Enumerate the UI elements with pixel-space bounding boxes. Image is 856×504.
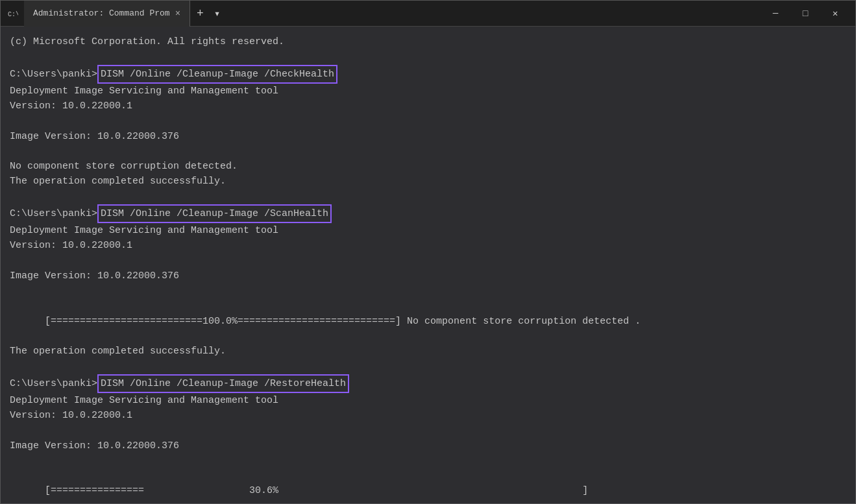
tab-label: Administrator: Command Prom bbox=[33, 8, 170, 18]
cmd-scanhealth: DISM /Online /Cleanup-Image /ScanHealth bbox=[97, 204, 332, 223]
empty-line bbox=[10, 49, 846, 64]
prompt-text-1: C:\Users\panki bbox=[10, 67, 92, 82]
title-bar: C:\ Administrator: Command Prom × + ▾ ─ … bbox=[1, 1, 855, 27]
cmd-icon: C:\ bbox=[6, 7, 19, 20]
progress-scanhealth: [==========================100.0%=======… bbox=[10, 298, 846, 344]
close-button[interactable]: ✕ bbox=[820, 1, 850, 27]
output-line-22: Version: 10.0.22000.1 bbox=[10, 408, 846, 423]
prompt-arrow-3: > bbox=[92, 376, 97, 391]
svg-text:C:\: C:\ bbox=[8, 11, 18, 18]
new-tab-button[interactable]: + bbox=[190, 7, 210, 20]
output-line-9: The operation completed successfully. bbox=[10, 174, 846, 189]
prompt-line-restorehealth: C:\Users\panki > DISM /Online /Cleanup-I… bbox=[10, 374, 846, 393]
output-line-6: Image Version: 10.0.22000.376 bbox=[10, 129, 846, 144]
output-line-3: Deployment Image Servicing and Managemen… bbox=[10, 84, 846, 99]
prompt-arrow-1: > bbox=[92, 67, 97, 82]
detected-text: detected . bbox=[576, 316, 641, 327]
output-line-21: Deployment Image Servicing and Managemen… bbox=[10, 393, 846, 408]
cmd-restorehealth: DISM /Online /Cleanup-Image /RestoreHeal… bbox=[97, 374, 349, 393]
empty-line-2 bbox=[10, 114, 846, 128]
maximize-button[interactable]: □ bbox=[790, 1, 820, 27]
tab-area: Administrator: Command Prom × + ▾ bbox=[24, 1, 761, 27]
prompt-arrow-2: > bbox=[92, 206, 97, 221]
terminal-body[interactable]: (c) Microsoft Corporation. All rights re… bbox=[1, 27, 855, 503]
no-corruption-msg: No component store corruption bbox=[401, 316, 576, 327]
prompt-text-2: C:\Users\panki bbox=[10, 206, 92, 221]
output-line-15: Image Version: 10.0.22000.376 bbox=[10, 269, 846, 283]
output-line-18: The operation completed successfully. bbox=[10, 344, 846, 359]
empty-line-5 bbox=[10, 254, 846, 269]
output-line-13: Version: 10.0.22000.1 bbox=[10, 238, 846, 253]
output-line-12: Deployment Image Servicing and Managemen… bbox=[10, 223, 846, 238]
empty-line-6 bbox=[10, 283, 846, 298]
tab-close-button[interactable]: × bbox=[175, 9, 180, 18]
output-line-1: (c) Microsoft Corporation. All rights re… bbox=[10, 34, 846, 49]
empty-line-9 bbox=[10, 453, 846, 468]
progress-bar-full: [==========================100.0%=======… bbox=[45, 316, 401, 327]
prompt-line-checkhealth: C:\Users\panki > DISM /Online /Cleanup-I… bbox=[10, 65, 846, 84]
title-bar-left: C:\ Administrator: Command Prom × + ▾ bbox=[6, 1, 761, 27]
empty-line-3 bbox=[10, 144, 846, 159]
empty-line-8 bbox=[10, 423, 846, 438]
progress-bar-partial: [================ bbox=[45, 485, 144, 496]
minimize-button[interactable]: ─ bbox=[761, 1, 790, 27]
prompt-line-scanhealth: C:\Users\panki > DISM /Online /Cleanup-I… bbox=[10, 204, 846, 223]
output-line-8: No component store corruption detected. bbox=[10, 159, 846, 174]
cmd-checkhealth: DISM /Online /Cleanup-Image /CheckHealth bbox=[97, 65, 337, 84]
progress-restorehealth: [================ 30.6% ] bbox=[10, 468, 846, 503]
output-line-4: Version: 10.0.22000.1 bbox=[10, 99, 846, 114]
prompt-text-3: C:\Users\panki bbox=[10, 376, 92, 391]
empty-line-4 bbox=[10, 189, 846, 204]
cmd-window: C:\ Administrator: Command Prom × + ▾ ─ … bbox=[0, 0, 856, 504]
progress-pct: 30.6% bbox=[144, 485, 278, 496]
window-controls: ─ □ ✕ bbox=[761, 1, 850, 27]
tab-dropdown-button[interactable]: ▾ bbox=[210, 7, 225, 20]
progress-end: ] bbox=[278, 485, 588, 496]
empty-line-7 bbox=[10, 359, 846, 374]
output-line-24: Image Version: 10.0.22000.376 bbox=[10, 438, 846, 453]
active-tab[interactable]: Administrator: Command Prom × bbox=[24, 1, 190, 27]
